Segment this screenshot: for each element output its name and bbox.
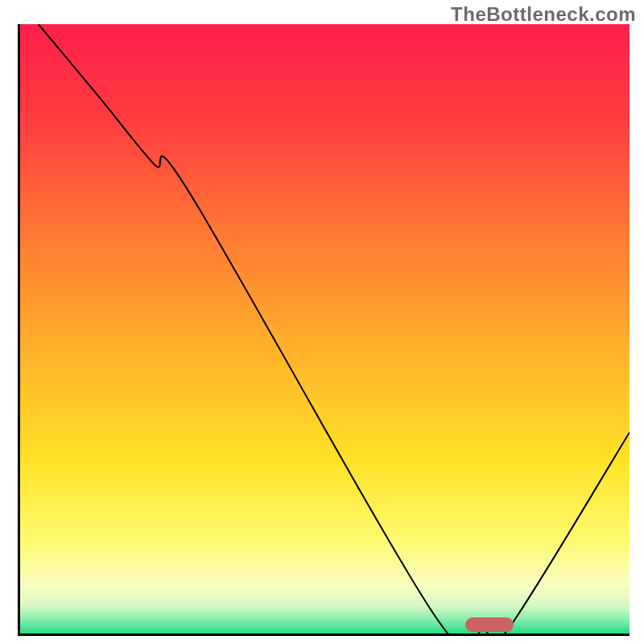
plot-area: [18, 24, 630, 636]
chart-frame: TheBottleneck.com: [0, 0, 644, 644]
watermark-text: TheBottleneck.com: [451, 3, 636, 26]
optimal-marker: [465, 617, 514, 632]
curve-layer: [20, 24, 630, 634]
bottleneck-curve: [39, 24, 630, 634]
